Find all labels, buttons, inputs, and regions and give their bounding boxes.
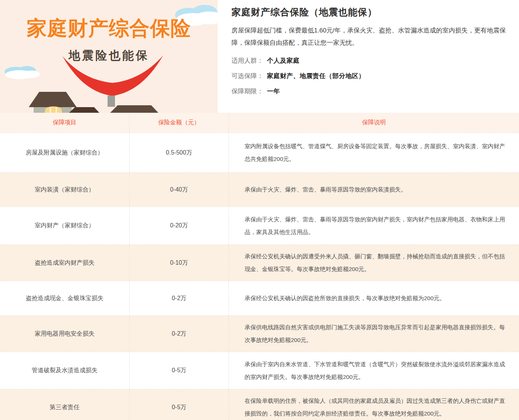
field-applicable-people: 适用人群： 个人及家庭 [231, 56, 519, 66]
cell-amount: 0-40万 [130, 173, 229, 206]
cell-amount: 0-5万 [130, 389, 229, 420]
product-description: 房屋保障超低门槛，保费最低1.60元/年，承保火灾、盗抢、水管漏水造成的室内损失… [231, 24, 519, 49]
cell-desc: 承保由于火灾、爆炸、雷击、暴雨等原因导致的室内装潢损失。 [229, 173, 519, 206]
cell-desc: 承保供电线路因自然灾害或供电部门施工失误等原因导致电压异常而引起是家用电器直接损… [229, 316, 519, 352]
cell-item: 第三者责任 [0, 389, 130, 420]
product-fields: 适用人群： 个人及家庭 可选保障： 家庭财产、地震责任（部分地区） 保障期限： … [231, 56, 519, 97]
table-body: 房屋及附属设施（家财综合） 0.5-500万 室内附属设备包括暖气、管道煤气、厨… [0, 133, 519, 420]
table-row: 盗抢造成现金、金银珠宝损失 0-2万 承保经公安机关确认的因盗抢所致的直接损失，… [0, 281, 519, 315]
field-value: 家庭财产、地震责任（部分地区） [267, 71, 365, 81]
header-cell-desc: 保障说明 [229, 113, 519, 133]
product-title: 家庭财产综合保险（地震也能保） [231, 6, 519, 18]
cell-desc: 承保经公安机关确认的因遭受外来人员撬、砸门窗、翻墙掘壁，持械抢劫而造成的直接损失… [229, 245, 519, 281]
cell-desc: 承保由于室内自来水管道、下水管道和暖气管道（含暖气片）突然破裂致使水流外溢或邻居… [229, 352, 519, 389]
cell-desc: 在保险单载明的住所，被保险人（或其同住的家庭成员及雇员）因过失造成第三者的人身伤… [229, 389, 519, 420]
cell-desc: 承保由于火灾、爆炸、雷击、暴雨等原因导致的室内财产损失，室内财产包括家用电器、衣… [229, 207, 519, 245]
field-value: 个人及家庭 [267, 56, 300, 66]
promo-banner: 家庭财产综合保险 地震险也能保 [0, 0, 218, 113]
cell-item: 家用电器用电安全损失 [0, 316, 130, 352]
cell-amount: 0-2万 [130, 316, 229, 352]
cell-desc: 室内附属设备包括暖气、管道煤气、厨房设备等固定装置。每次事故，房屋损失、室内装潢… [229, 133, 519, 172]
header-cell-item: 保障项目 [0, 113, 130, 133]
product-info: 家庭财产综合保险（地震也能保） 房屋保障超低门槛，保费最低1.60元/年，承保火… [231, 0, 519, 113]
cell-item: 盗抢造成室内财产损失 [0, 245, 130, 281]
cell-amount: 0-20万 [130, 207, 229, 245]
field-optional-coverage: 可选保障： 家庭财产、地震责任（部分地区） [231, 71, 519, 81]
table-header: 保障项目 保险金额（元） 保障说明 [0, 113, 519, 133]
cell-amount: 0-10万 [130, 245, 229, 281]
cell-amount: 0.5-500万 [130, 133, 229, 172]
cell-item: 盗抢造成现金、金银珠宝损失 [0, 281, 130, 315]
table-row: 盗抢造成室内财产损失 0-10万 承保经公安机关确认的因遭受外来人员撬、砸门窗、… [0, 245, 519, 281]
cell-item: 房屋及附属设施（家财综合） [0, 133, 130, 172]
cell-item: 室内财产（家财综合） [0, 207, 130, 245]
table-row: 室内装潢（家财综合） 0-40万 承保由于火灾、爆炸、雷击、暴雨等原因导致的室内… [0, 172, 519, 206]
insurance-product-page: 家庭财产综合保险 地震险也能保 家庭财产综合保险（地震也能保） 房屋保障超低门槛… [0, 0, 519, 420]
field-label: 适用人群： [231, 56, 263, 66]
cell-desc: 承保经公安机关确认的因盗抢所致的直接损失，每次事故绝对免赔额为200元。 [229, 281, 519, 315]
banner-subtitle: 地震险也能保 [0, 48, 218, 63]
table-row: 室内财产（家财综合） 0-20万 承保由于火灾、爆炸、雷击、暴雨等原因导致的室内… [0, 206, 519, 245]
table-row: 房屋及附属设施（家财综合） 0.5-500万 室内附属设备包括暖气、管道煤气、厨… [0, 133, 519, 172]
banner-title: 家庭财产综合保险 [0, 15, 218, 42]
cell-item: 管道破裂及水渍造成损失 [0, 352, 130, 389]
table-row: 家用电器用电安全损失 0-2万 承保供电线路因自然灾害或供电部门施工失误等原因导… [0, 315, 519, 352]
field-coverage-period: 保障期限： 一年 [231, 86, 519, 97]
field-label: 可选保障： [231, 71, 263, 81]
cell-amount: 0-5万 [130, 352, 229, 389]
table-row: 管道破裂及水渍造成损失 0-5万 承保由于室内自来水管道、下水管道和暖气管道（含… [0, 352, 519, 389]
field-value: 一年 [267, 86, 280, 97]
cell-item: 室内装潢（家财综合） [0, 173, 130, 206]
coverage-table: 保障项目 保险金额（元） 保障说明 房屋及附属设施（家财综合） 0.5-500万… [0, 113, 519, 420]
header-cell-amount: 保险金额（元） [130, 113, 229, 133]
table-row: 第三者责任 0-5万 在保险单载明的住所，被保险人（或其同住的家庭成员及雇员）因… [0, 389, 519, 420]
field-label: 保障期限： [231, 86, 263, 97]
cell-amount: 0-2万 [130, 281, 229, 315]
